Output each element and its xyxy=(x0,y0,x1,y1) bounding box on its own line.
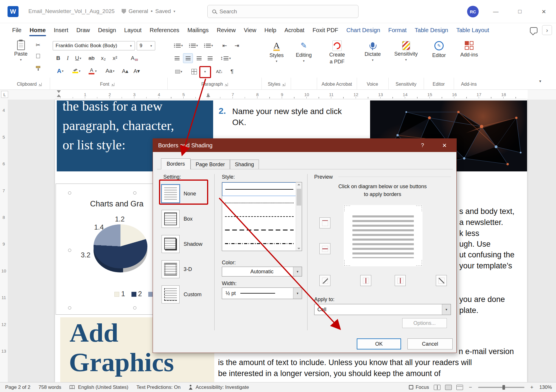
ribbon-expand-button[interactable]: › xyxy=(542,25,552,35)
width-combo[interactable]: ½ pt ▾ xyxy=(222,287,302,299)
sort-button[interactable]: AZ↓ xyxy=(213,67,225,76)
diagonal-up-border-toggle[interactable] xyxy=(319,275,330,286)
strikethrough-button[interactable]: ab xyxy=(86,53,97,63)
diagonal-down-border-toggle[interactable] xyxy=(436,275,447,286)
dialog-launcher-icon[interactable] xyxy=(39,83,42,86)
page-indicator[interactable]: Page 2 of 2 xyxy=(5,384,30,390)
format-painter-button[interactable] xyxy=(33,62,43,72)
right-border-toggle[interactable] xyxy=(395,275,406,286)
body-text-fragment[interactable]: ugh. Use xyxy=(459,239,491,250)
apply-to-combo[interactable]: Cell ▾ xyxy=(314,304,451,315)
body-text-fragment[interactable]: a newsletter. xyxy=(459,217,503,228)
print-layout-button[interactable] xyxy=(445,385,452,390)
collapse-ribbon-button[interactable]: ▾ xyxy=(539,79,541,83)
shading-button[interactable]: ▾ xyxy=(172,67,185,76)
indent-marker[interactable] xyxy=(206,94,210,97)
style-option-solid[interactable] xyxy=(222,182,302,196)
font-color-button[interactable]: A ▾ xyxy=(86,66,99,76)
dialog-launcher-icon[interactable] xyxy=(225,83,228,86)
cancel-button[interactable]: Cancel xyxy=(407,338,453,349)
bold-button[interactable]: B xyxy=(54,53,63,63)
dialog-help-button[interactable]: ? xyxy=(414,139,431,152)
superscript-button[interactable]: x² xyxy=(110,53,120,63)
font-name-combo[interactable]: Franklin Gothic Book (Body) ▾ xyxy=(53,41,135,50)
hanging-indent-marker[interactable] xyxy=(57,94,61,97)
clear-formatting-button[interactable]: A xyxy=(129,53,140,63)
zoom-slider-thumb[interactable] xyxy=(502,385,505,390)
tab-review[interactable]: Review xyxy=(213,23,240,37)
dictate-button[interactable]: Dictate ▾ xyxy=(361,41,384,62)
align-right-button[interactable] xyxy=(194,53,204,63)
body-text-line[interactable]: be interested in a longer version, you s… xyxy=(218,368,441,379)
body-text-fragment[interactable]: n e-mail version xyxy=(459,346,514,357)
word-count[interactable]: 758 words xyxy=(39,384,61,390)
web-layout-button[interactable] xyxy=(456,385,463,390)
body-text-fragment[interactable]: you are done xyxy=(459,294,505,305)
editing-button[interactable]: ✎ Editing ▾ xyxy=(293,41,314,63)
decrease-indent-button[interactable]: ⇤ xyxy=(220,41,230,50)
increase-indent-button[interactable]: ⇥ xyxy=(232,41,242,50)
tab-page-border[interactable]: Page Border xyxy=(191,160,230,169)
selection-handle[interactable] xyxy=(68,306,71,309)
read-mode-button[interactable] xyxy=(434,385,440,390)
avatar[interactable]: RC xyxy=(467,6,479,17)
tab-acrobat[interactable]: Acrobat xyxy=(280,23,308,37)
style-option-dash-dot[interactable] xyxy=(222,237,302,250)
tab-foxit-pdf[interactable]: Foxit PDF xyxy=(308,23,342,37)
zoom-level[interactable]: 130% xyxy=(539,384,552,390)
tab-file[interactable]: File xyxy=(8,23,25,37)
tab-draw[interactable]: Draw xyxy=(72,23,94,37)
underline-button[interactable]: U ▾ xyxy=(72,53,84,63)
copy-button[interactable] xyxy=(33,51,43,61)
style-option-dotted[interactable] xyxy=(222,196,302,210)
tab-selector[interactable]: L xyxy=(1,91,8,98)
setting-option-box[interactable]: Box xyxy=(162,207,214,230)
tab-format[interactable]: Format xyxy=(384,23,411,37)
align-center-button[interactable] xyxy=(183,53,193,63)
tab-help[interactable]: Help xyxy=(260,23,280,37)
body-text-fragment[interactable]: s and body text, xyxy=(459,206,515,217)
body-text-fragment[interactable]: ut confusing the xyxy=(459,250,515,261)
zoom-slider[interactable] xyxy=(478,387,524,388)
zoom-out-button[interactable]: − xyxy=(468,384,473,391)
bullets-button[interactable]: ▾ xyxy=(172,41,185,50)
body-text-fragment[interactable]: your template’s xyxy=(459,261,512,272)
scrollbar-thumb[interactable] xyxy=(297,189,301,206)
borders-dropdown-button[interactable]: ▾ xyxy=(200,67,210,76)
minimize-button[interactable]: — xyxy=(489,5,502,18)
body-text-line[interactable]: is the amount of text to include. Unless… xyxy=(218,357,472,368)
dialog-title-bar[interactable]: Borders and Shading xyxy=(153,139,456,152)
zoom-in-button[interactable]: + xyxy=(529,384,535,391)
selection-handle[interactable] xyxy=(68,191,71,195)
line-spacing-button[interactable]: ↕ ▾ xyxy=(218,53,233,63)
tab-insert[interactable]: Insert xyxy=(50,23,72,37)
inside-horizontal-border-toggle[interactable] xyxy=(319,243,330,254)
add-ins-button[interactable]: Add-ins xyxy=(458,41,480,58)
word-logo[interactable]: W xyxy=(8,6,19,17)
tab-references[interactable]: References xyxy=(146,23,183,37)
tab-table-design[interactable]: Table Design xyxy=(411,23,452,37)
selection-handle[interactable] xyxy=(133,306,136,309)
tab-home[interactable]: Home xyxy=(25,23,50,37)
options-button[interactable]: Options... xyxy=(402,318,447,328)
close-button[interactable]: ✕ xyxy=(537,5,550,18)
step-number[interactable]: 2. xyxy=(219,106,226,116)
font-size-combo[interactable]: 9 ▾ xyxy=(137,41,155,50)
subscript-button[interactable]: x₂ xyxy=(98,53,108,63)
dialog-launcher-icon[interactable] xyxy=(282,83,285,86)
borders-button[interactable] xyxy=(188,67,200,76)
text-effects-button[interactable]: A ▾ xyxy=(54,66,67,76)
cut-button[interactable]: ✂ xyxy=(33,40,43,50)
tab-design[interactable]: Design xyxy=(94,23,120,37)
maximize-button[interactable]: □ xyxy=(513,5,526,18)
setting-option-none[interactable]: None xyxy=(162,182,214,205)
language-status[interactable]: English (United States) xyxy=(69,384,128,390)
numbering-button[interactable]: ▾ xyxy=(187,41,200,50)
setting-option-shadow[interactable]: Shadow xyxy=(162,232,214,256)
border-style-listbox[interactable] xyxy=(222,182,302,251)
setting-option-3d[interactable]: 3-D xyxy=(162,258,214,281)
step-text[interactable]: Name your new style and click OK. xyxy=(232,106,371,128)
color-combo[interactable]: Automatic ▾ xyxy=(222,267,302,276)
shrink-font-button[interactable]: A▾ xyxy=(131,66,142,76)
selection-handle[interactable] xyxy=(68,249,71,252)
